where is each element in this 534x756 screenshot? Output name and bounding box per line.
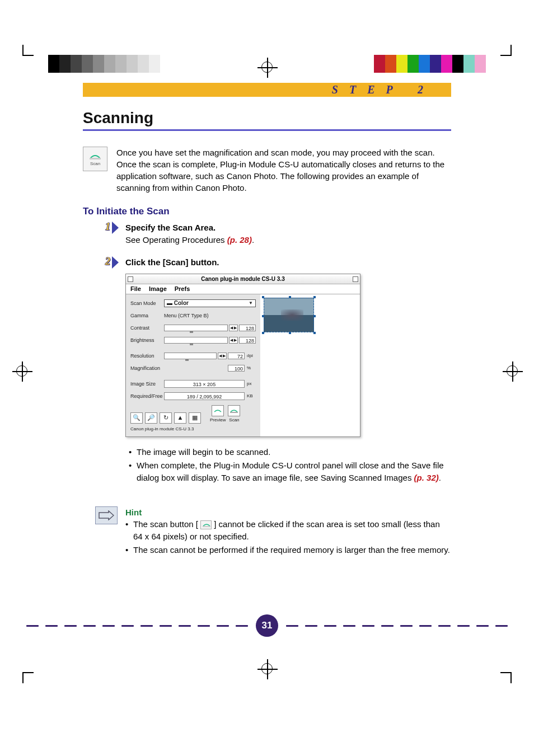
registration-mark: [261, 663, 273, 674]
step-2-title: Click the [Scan] button.: [125, 256, 451, 269]
resolution-unit: dpi: [246, 353, 256, 359]
crop-mark: [500, 672, 512, 673]
resolution-slider[interactable]: [164, 353, 217, 359]
grayscale-bars: [48, 55, 160, 73]
crop-mark: [500, 55, 512, 56]
hint-item-2: The scan cannot be performed if the requ…: [125, 544, 451, 556]
gamma-label: Gamma: [130, 312, 164, 320]
step-1-body: See Operating Procedures (p. 28).: [125, 234, 451, 246]
svg-rect-1: [230, 412, 238, 413]
svg-rect-2: [203, 526, 210, 527]
registration-mark: [261, 62, 273, 73]
menu-prefs[interactable]: Prefs: [175, 285, 190, 294]
brightness-slider[interactable]: [164, 337, 228, 344]
close-box-icon[interactable]: [128, 276, 133, 282]
intro-text: Once you have set the magnification and …: [116, 147, 451, 194]
negative-icon[interactable]: ▦: [189, 412, 201, 424]
color-bars: [374, 55, 486, 73]
scan-icon: Scan: [83, 147, 107, 171]
registration-mark: [16, 365, 27, 377]
magnification-unit: %: [246, 365, 256, 372]
scan-mode-select[interactable]: ▬ Color▼: [164, 299, 256, 307]
preview-image[interactable]: [264, 298, 314, 332]
scan-icon-label: Scan: [90, 161, 100, 166]
brightness-value: 128: [239, 337, 256, 344]
required-free-value: 189 / 2,095,992: [164, 392, 245, 400]
magnification-value: 100: [228, 365, 245, 372]
page-ref-32[interactable]: (p. 32): [414, 473, 439, 482]
resolution-value: 72: [228, 353, 245, 359]
zoom-out-icon[interactable]: 🔎: [145, 412, 157, 424]
rotate-icon[interactable]: ↻: [160, 412, 172, 424]
printer-marks-top: [0, 55, 534, 77]
histogram-icon[interactable]: ▲: [174, 412, 186, 424]
zoom-box-icon[interactable]: [353, 276, 358, 282]
window-titlebar: Canon plug-in module CS-U 3.3: [126, 274, 360, 284]
crop-mark: [22, 672, 34, 673]
hint-icon: [95, 506, 118, 524]
contrast-slider[interactable]: [164, 325, 228, 331]
resolution-spinner[interactable]: ◀▶: [218, 353, 227, 359]
bullet-2: When complete, the Plug-in Module CS-U c…: [137, 459, 451, 484]
status-text: Canon plug-in module CS-U 3.3: [130, 426, 256, 433]
menu-file[interactable]: File: [130, 285, 141, 294]
crop-mark: [22, 55, 34, 56]
required-free-label: Required/Free: [130, 393, 164, 400]
hint-item-1: The scan button [ ] cannot be clicked if…: [125, 518, 451, 543]
page-footer: 31: [0, 614, 534, 637]
screenshot-panel: Canon plug-in module CS-U 3.3 File Image…: [125, 274, 360, 437]
zoom-in-icon[interactable]: 🔍: [130, 412, 143, 424]
section-heading: To Initiate the Scan: [83, 206, 451, 217]
contrast-spinner[interactable]: ◀▶: [229, 325, 238, 331]
scan-button-inline-icon: [200, 520, 212, 529]
menu-bar: File Image Prefs: [126, 284, 360, 294]
resolution-label: Resolution: [130, 353, 164, 360]
image-size-label: Image Size: [130, 381, 164, 388]
window-title: Canon plug-in module CS-U 3.3: [201, 275, 284, 284]
image-size-value: 313 × 205: [164, 380, 245, 388]
preview-label: Preview: [210, 417, 226, 424]
registration-mark: [507, 365, 518, 377]
step-number-1: 11: [105, 222, 118, 234]
brightness-label: Brightness: [130, 337, 164, 344]
contrast-value: 128: [239, 325, 256, 331]
page-number: 31: [256, 614, 278, 637]
contrast-label: Contrast: [130, 325, 164, 332]
bullet-1: The image will begin to be scanned.: [137, 446, 451, 458]
required-free-unit: KB: [246, 393, 256, 400]
magnification-label: Magnification: [130, 365, 164, 372]
menu-image[interactable]: Image: [149, 285, 167, 294]
brightness-spinner[interactable]: ◀▶: [229, 337, 238, 344]
image-size-unit: px: [246, 381, 256, 387]
step-label: STEP 2: [332, 83, 434, 96]
step-number-2: 22: [105, 256, 118, 269]
scan-button[interactable]: [228, 405, 240, 416]
page-title: Scanning: [83, 109, 451, 131]
preview-button[interactable]: [212, 405, 224, 416]
header-band: STEP 2: [83, 83, 451, 97]
scan-mode-label: Scan Mode: [130, 300, 164, 307]
gamma-value: Menu (CRT Type B): [164, 312, 209, 320]
svg-rect-0: [90, 158, 101, 159]
page-ref-28[interactable]: (p. 28): [227, 235, 252, 245]
scan-label: Scan: [229, 417, 239, 424]
step-1-title: Specify the Scan Area.: [125, 222, 451, 234]
hint-title: Hint: [125, 506, 451, 519]
